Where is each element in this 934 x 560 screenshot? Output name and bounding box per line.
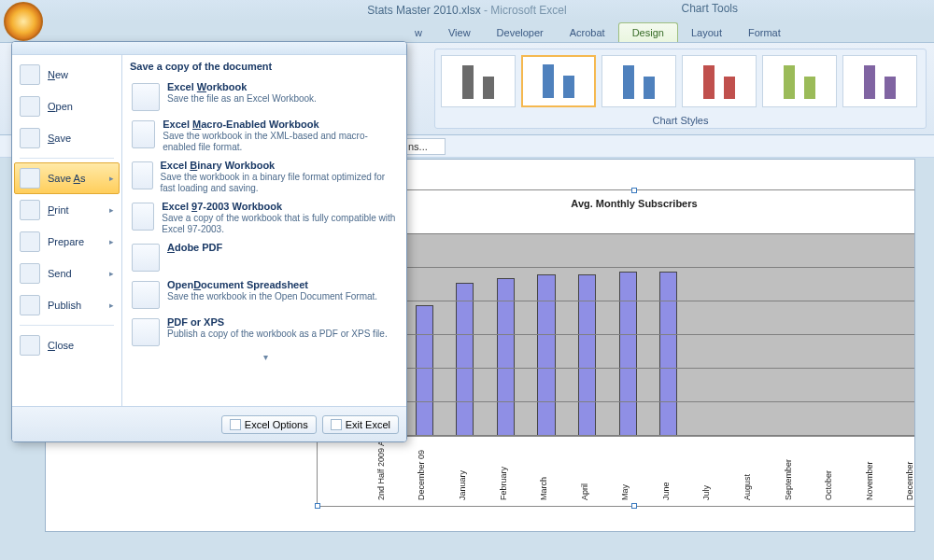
tab-design[interactable]: Design <box>618 22 678 42</box>
chart-x-labels: 2nd Half 2009 Avg.December 09JanuaryFebr… <box>362 439 915 500</box>
menu-item-label: Close <box>48 340 74 351</box>
x-tick-label: November <box>865 461 874 500</box>
chart-bar[interactable] <box>416 305 433 436</box>
chart-style-thumb[interactable] <box>521 55 596 107</box>
save-as-option-icon <box>132 161 153 189</box>
save-as-option-title: Adobe PDF <box>167 242 222 253</box>
chart-bar[interactable] <box>497 278 515 436</box>
save-as-option[interactable]: Excel 97-2003 WorkbookSave a copy of the… <box>130 197 401 238</box>
exit-icon <box>331 419 342 430</box>
tab-partial[interactable]: w <box>402 23 435 42</box>
save-as-option-title: OpenDocument Spreadsheet <box>167 279 377 290</box>
save-as-option-title: Excel Binary Workbook <box>161 160 399 171</box>
x-tick-label: December <box>905 461 914 500</box>
office-menu: NewOpenSaveSave AsPrintPrepareSendPublis… <box>11 41 407 442</box>
save-as-option[interactable]: OpenDocument SpreadsheetSave the workboo… <box>130 275 401 313</box>
chart-style-thumb[interactable] <box>682 55 757 107</box>
tab-developer[interactable]: Developer <box>484 23 557 42</box>
menu-item-label: Save As <box>48 173 85 184</box>
chart-title: Avg. Monthly Subscribers <box>318 198 915 209</box>
save-as-option-desc: Save the workbook in a binary file forma… <box>161 172 386 193</box>
chart-style-thumb[interactable] <box>601 55 676 107</box>
name-box[interactable]: ns... <box>402 138 446 155</box>
office-menu-item-save[interactable]: Save <box>14 122 120 154</box>
title-sep: - <box>481 4 491 17</box>
selection-handle[interactable] <box>631 503 637 509</box>
save-as-option[interactable]: Excel Macro-Enabled WorkbookSave the wor… <box>130 115 401 156</box>
tab-acrobat[interactable]: Acrobat <box>557 23 618 42</box>
office-menu-item-print[interactable]: Print <box>14 194 120 226</box>
office-menu-item-prepare[interactable]: Prepare <box>14 226 120 258</box>
excel-options-label: Excel Options <box>245 419 308 430</box>
chart-bar[interactable] <box>456 283 474 436</box>
tab-view[interactable]: View <box>435 23 484 42</box>
menu-item-icon <box>20 231 40 252</box>
x-tick-label: September <box>784 459 793 500</box>
chart-bar[interactable] <box>659 272 677 436</box>
office-menu-body: NewOpenSaveSave AsPrintPrepareSendPublis… <box>12 55 406 406</box>
save-as-option-desc: Save the workbook in the XML-based and m… <box>163 131 368 152</box>
options-icon <box>230 419 241 430</box>
chart-styles-group: Chart Styles <box>434 49 927 129</box>
menu-item-label: Open <box>48 101 73 112</box>
save-as-option[interactable]: PDF or XPSPublish a copy of the workbook… <box>130 313 401 350</box>
save-as-option-title: Excel Macro-Enabled Workbook <box>163 119 399 130</box>
x-tick-label: May <box>620 484 630 500</box>
menu-item-icon <box>20 200 40 220</box>
exit-excel-button[interactable]: Exit Excel <box>322 415 399 434</box>
x-tick-label: February <box>499 467 508 500</box>
save-as-option-icon <box>132 244 160 272</box>
title-bar: Stats Master 2010.xlsx - Microsoft Excel… <box>0 0 934 21</box>
chart-bars <box>363 234 915 436</box>
menu-item-icon <box>20 263 40 284</box>
selection-handle[interactable] <box>315 503 320 509</box>
app-name: Microsoft Excel <box>490 4 566 17</box>
save-as-option[interactable]: Adobe PDF <box>130 238 401 275</box>
selection-handle[interactable] <box>631 188 637 193</box>
save-as-option-desc: Publish a copy of the workbook as a PDF … <box>167 329 388 339</box>
chart-bar[interactable] <box>619 272 637 436</box>
excel-options-button[interactable]: Excel Options <box>221 415 317 434</box>
chart-style-thumb[interactable] <box>842 55 917 107</box>
office-menu-item-new[interactable]: New <box>14 59 120 91</box>
menu-item-icon <box>20 128 40 148</box>
chart-style-thumb[interactable] <box>762 55 837 107</box>
chart-bar[interactable] <box>578 274 596 436</box>
chart-plot-area <box>362 233 915 437</box>
office-menu-item-open[interactable]: Open <box>14 91 120 122</box>
x-tick-label: October <box>824 470 833 500</box>
menu-item-label: Send <box>48 268 72 279</box>
tab-format[interactable]: Format <box>735 23 794 42</box>
menu-item-label: New <box>48 69 68 80</box>
chart-styles-row <box>435 49 926 113</box>
office-button[interactable] <box>4 2 43 41</box>
x-tick-label: December 09 <box>417 450 426 500</box>
office-menu-item-save-as[interactable]: Save As <box>14 162 120 194</box>
menu-item-icon <box>20 295 40 315</box>
x-tick-label: June <box>661 482 671 500</box>
office-menu-bottom: Excel Options Exit Excel <box>12 406 406 441</box>
save-as-option-icon <box>132 318 160 346</box>
save-as-option-icon <box>132 120 155 148</box>
save-as-option[interactable]: Excel WorkbookSave the file as an Excel … <box>130 77 401 115</box>
tab-layout[interactable]: Layout <box>678 23 735 42</box>
x-tick-label: August <box>743 474 752 500</box>
save-as-option-title: PDF or XPS <box>167 316 388 328</box>
chart-bar[interactable] <box>537 274 555 436</box>
office-menu-item-close[interactable]: Close <box>14 329 120 361</box>
menu-item-icon <box>20 168 40 189</box>
save-as-option-icon <box>132 83 160 111</box>
menu-item-label: Prepare <box>48 236 84 247</box>
chart-styles-label: Chart Styles <box>435 115 926 126</box>
save-as-option[interactable]: Excel Binary WorkbookSave the workbook i… <box>130 156 401 197</box>
document-name: Stats Master 2010.xlsx <box>367 4 480 17</box>
chart-style-thumb[interactable] <box>441 55 516 107</box>
office-menu-item-publish[interactable]: Publish <box>14 289 120 321</box>
office-menu-left: NewOpenSaveSave AsPrintPrepareSendPublis… <box>12 55 122 406</box>
office-menu-item-send[interactable]: Send <box>14 258 120 289</box>
save-as-option-desc: Save a copy of the workbook that is full… <box>162 213 395 234</box>
window-title: Stats Master 2010.xlsx - Microsoft Excel <box>367 4 566 17</box>
menu-item-icon <box>20 96 40 117</box>
more-arrow-icon[interactable]: ▾ <box>130 352 401 362</box>
menu-item-label: Save <box>48 133 71 144</box>
